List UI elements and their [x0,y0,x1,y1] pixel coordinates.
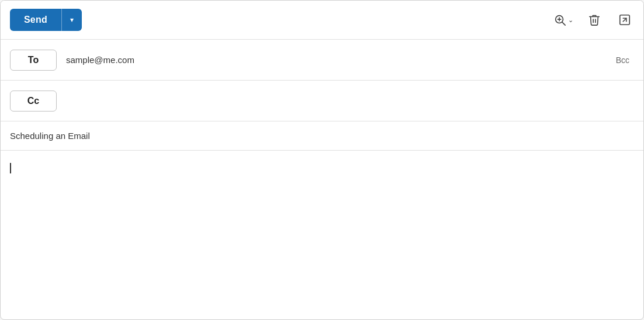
bcc-label[interactable]: Bcc [611,53,634,67]
subject-row [1,121,643,151]
chevron-down-icon: ▾ [70,16,74,23]
zoom-chevron-icon: ⌄ [568,16,573,24]
subject-input[interactable] [10,128,634,143]
to-input[interactable] [66,53,611,67]
cc-label-button[interactable]: Cc [10,91,57,112]
expand-icon[interactable] [615,11,634,29]
delete-icon[interactable] [585,11,604,29]
send-dropdown-button[interactable]: ▾ [61,9,82,31]
compose-window: Send ▾ ⌄ [0,0,644,320]
cursor-indicator [10,163,11,173]
zoom-icon-group[interactable]: ⌄ [550,11,573,29]
toolbar: Send ▾ ⌄ [1,1,643,40]
toolbar-left: Send ▾ [10,9,82,31]
to-label-button[interactable]: To [10,50,57,71]
cc-field-row: Cc [1,81,643,121]
send-button-group: Send ▾ [10,9,82,31]
to-field-row: To Bcc [1,40,643,81]
cc-input[interactable] [66,93,634,108]
email-fields: To Bcc Cc [1,40,643,121]
zoom-icon [550,11,569,29]
svg-line-1 [562,22,565,25]
toolbar-right: ⌄ [550,11,634,29]
send-button[interactable]: Send [10,9,61,31]
email-body [1,151,643,319]
